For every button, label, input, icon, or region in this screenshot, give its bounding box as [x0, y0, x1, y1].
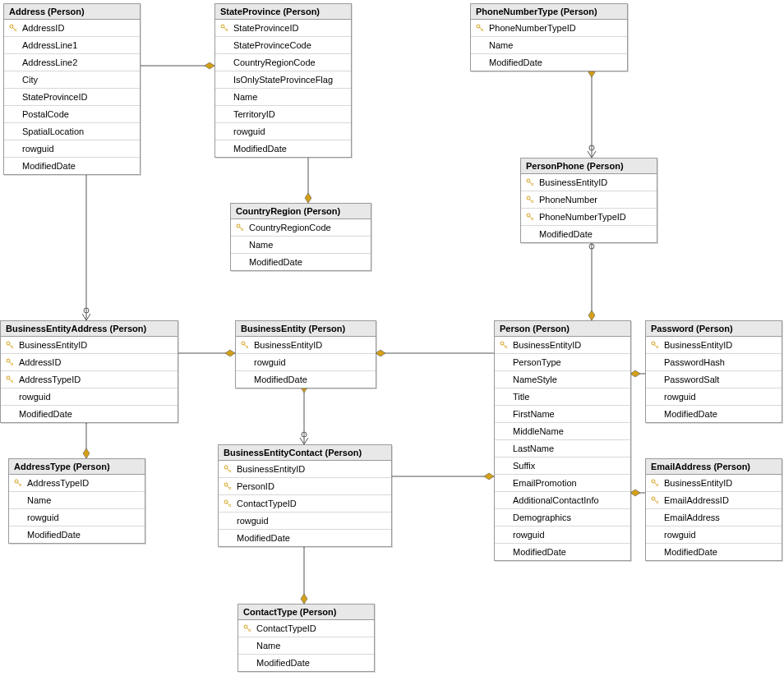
column-row[interactable]: AddressID	[1, 354, 178, 371]
column-row[interactable]: ModifiedDate	[4, 158, 140, 174]
table-Person[interactable]: Person (Person) BusinessEntityIDPersonTy…	[494, 320, 631, 561]
column-row[interactable]: ModifiedDate	[219, 530, 391, 546]
table-ContactType[interactable]: ContactType (Person) ContactTypeIDNameMo…	[238, 604, 375, 672]
column-row[interactable]: FirstName	[495, 406, 630, 423]
table-BusinessEntityAddress[interactable]: BusinessEntityAddress (Person) BusinessE…	[0, 320, 178, 423]
column-row[interactable]: ModifiedDate	[215, 140, 351, 157]
table-EmailAddress[interactable]: EmailAddress (Person) BusinessEntityID E…	[645, 458, 782, 561]
column-row[interactable]: IsOnlyStateProvinceFlag	[215, 71, 351, 89]
column-row[interactable]: ModifiedDate	[238, 655, 374, 671]
column-row[interactable]: rowguid	[9, 509, 145, 526]
column-row[interactable]: PasswordHash	[646, 354, 782, 371]
column-row[interactable]: AddressLine1	[4, 37, 140, 54]
table-header[interactable]: CountryRegion (Person)	[231, 204, 371, 219]
table-header[interactable]: AddressType (Person)	[9, 459, 145, 475]
column-row[interactable]: rowguid	[646, 526, 782, 544]
column-row[interactable]: rowguid	[215, 123, 351, 140]
table-StateProvince[interactable]: StateProvince (Person) StateProvinceIDSt…	[214, 3, 352, 158]
table-header[interactable]: BusinessEntity (Person)	[236, 321, 376, 337]
column-row[interactable]: BusinessEntityID	[646, 337, 782, 354]
column-row[interactable]: ModifiedDate	[9, 526, 145, 543]
column-row[interactable]: StateProvinceID	[215, 20, 351, 37]
column-row[interactable]: BusinessEntityID	[495, 337, 630, 354]
column-row[interactable]: StateProvinceCode	[215, 37, 351, 54]
column-row[interactable]: Name	[238, 637, 374, 655]
column-row[interactable]: BusinessEntityID	[236, 337, 376, 354]
column-row[interactable]: StateProvinceID	[4, 89, 140, 106]
key-cell-empty	[4, 392, 16, 402]
table-AddressType[interactable]: AddressType (Person) AddressTypeIDNamero…	[8, 458, 145, 544]
column-row[interactable]: ModifiedDate	[471, 54, 627, 71]
column-row[interactable]: BusinessEntityID	[646, 475, 782, 492]
column-row[interactable]: AddressID	[4, 20, 140, 37]
table-header[interactable]: StateProvince (Person)	[215, 4, 351, 20]
column-row[interactable]: rowguid	[646, 388, 782, 406]
table-header[interactable]: Password (Person)	[646, 321, 782, 337]
table-header[interactable]: ContactType (Person)	[238, 605, 374, 620]
table-BusinessEntityContact[interactable]: BusinessEntityContact (Person) BusinessE…	[218, 444, 392, 547]
column-row[interactable]: rowguid	[236, 354, 376, 371]
column-row[interactable]: Name	[231, 237, 371, 254]
column-row[interactable]: AddressTypeID	[1, 371, 178, 388]
table-header[interactable]: Address (Person)	[4, 4, 140, 20]
column-row[interactable]: EmailAddress	[646, 509, 782, 526]
column-row[interactable]: MiddleName	[495, 423, 630, 440]
column-row[interactable]: rowguid	[495, 526, 630, 544]
table-header[interactable]: PersonPhone (Person)	[521, 159, 657, 174]
column-row[interactable]: ModifiedDate	[1, 406, 178, 422]
column-row[interactable]: PhoneNumberTypeID	[521, 209, 657, 226]
column-row[interactable]: SpatialLocation	[4, 123, 140, 140]
table-Address[interactable]: Address (Person) AddressIDAddressLine1Ad…	[3, 3, 141, 175]
column-row[interactable]: AdditionalContactInfo	[495, 492, 630, 509]
column-row[interactable]: BusinessEntityID	[521, 174, 657, 191]
table-header[interactable]: PhoneNumberType (Person)	[471, 4, 627, 20]
column-row[interactable]: ContactTypeID	[219, 495, 391, 513]
column-row[interactable]: ModifiedDate	[521, 226, 657, 242]
table-PhoneNumberType[interactable]: PhoneNumberType (Person) PhoneNumberType…	[470, 3, 628, 71]
column-row[interactable]: rowguid	[4, 140, 140, 158]
column-row[interactable]: Name	[471, 37, 627, 54]
column-row[interactable]: Name	[215, 89, 351, 106]
column-row[interactable]: Demographics	[495, 509, 630, 526]
column-row[interactable]: ContactTypeID	[238, 620, 374, 637]
column-row[interactable]: Name	[9, 492, 145, 509]
column-row[interactable]: City	[4, 71, 140, 89]
column-row[interactable]: AddressLine2	[4, 54, 140, 71]
column-row[interactable]: ModifiedDate	[646, 406, 782, 422]
column-row[interactable]: PostalCode	[4, 106, 140, 123]
column-row[interactable]: EmailPromotion	[495, 475, 630, 492]
column-name: PasswordSalt	[664, 374, 719, 385]
column-row[interactable]: ModifiedDate	[646, 544, 782, 560]
table-header[interactable]: BusinessEntityContact (Person)	[219, 445, 391, 461]
table-PersonPhone[interactable]: PersonPhone (Person) BusinessEntityID Ph…	[520, 158, 657, 243]
table-header[interactable]: BusinessEntityAddress (Person)	[1, 321, 178, 337]
column-row[interactable]: AddressTypeID	[9, 475, 145, 492]
column-row[interactable]: rowguid	[1, 388, 178, 406]
column-row[interactable]: EmailAddressID	[646, 492, 782, 509]
column-row[interactable]: PhoneNumberTypeID	[471, 20, 627, 37]
column-row[interactable]: ModifiedDate	[231, 254, 371, 270]
column-row[interactable]: LastName	[495, 440, 630, 457]
table-CountryRegion[interactable]: CountryRegion (Person) CountryRegionCode…	[230, 203, 371, 271]
key-cell-empty	[222, 516, 233, 526]
table-header[interactable]: EmailAddress (Person)	[646, 459, 782, 475]
column-row[interactable]: PersonType	[495, 354, 630, 371]
table-BusinessEntity[interactable]: BusinessEntity (Person) BusinessEntityID…	[235, 320, 376, 388]
table-Password[interactable]: Password (Person) BusinessEntityIDPasswo…	[645, 320, 782, 423]
column-row[interactable]: BusinessEntityID	[219, 461, 391, 478]
table-header[interactable]: Person (Person)	[495, 321, 630, 337]
column-row[interactable]: PasswordSalt	[646, 371, 782, 388]
column-row[interactable]: CountryRegionCode	[215, 54, 351, 71]
column-row[interactable]: ModifiedDate	[236, 371, 376, 388]
primary-key-icon	[525, 212, 535, 222]
column-row[interactable]: BusinessEntityID	[1, 337, 178, 354]
column-row[interactable]: Title	[495, 388, 630, 406]
column-row[interactable]: NameStyle	[495, 371, 630, 388]
column-row[interactable]: PersonID	[219, 478, 391, 495]
column-row[interactable]: PhoneNumber	[521, 191, 657, 209]
column-row[interactable]: TerritoryID	[215, 106, 351, 123]
column-row[interactable]: ModifiedDate	[495, 544, 630, 560]
column-row[interactable]: Suffix	[495, 457, 630, 475]
column-row[interactable]: rowguid	[219, 513, 391, 530]
column-row[interactable]: CountryRegionCode	[231, 219, 371, 237]
